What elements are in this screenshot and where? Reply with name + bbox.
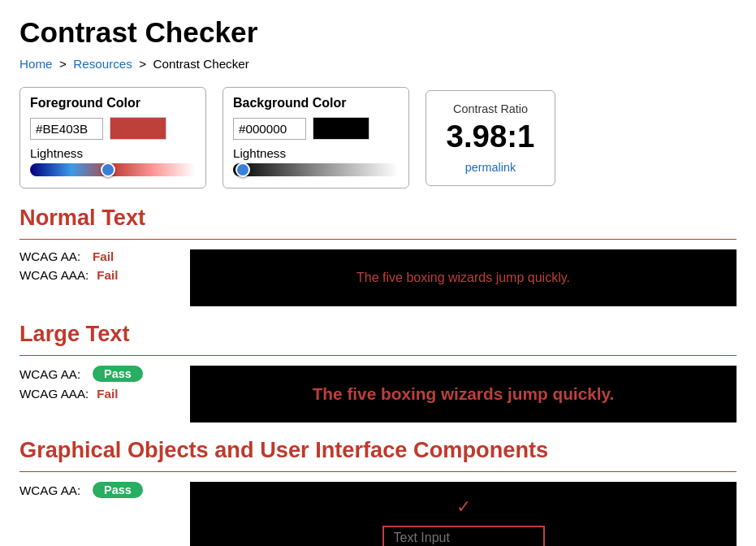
large-text-wcag-table: WCAG AA: Pass WCAG AAA: Fail [19,366,166,405]
contrast-ratio-box: Contrast Ratio 3.98:1 permalink [426,90,555,186]
breadcrumb: Home > Resources > Contrast Checker [19,57,737,71]
foreground-input-row [30,117,196,140]
large-text-aa-label: WCAG AA: [19,367,84,381]
large-text-preview: The five boxing wizards jump quickly. [190,366,737,422]
background-hex-input[interactable] [233,118,306,140]
normal-text-aa-label: WCAG AA: [19,249,84,263]
large-text-aaa-row: WCAG AAA: Fail [19,387,166,401]
large-text-title: Large Text [19,321,737,349]
breadcrumb-resources[interactable]: Resources [73,57,132,71]
normal-text-aaa-label: WCAG AAA: [19,268,89,282]
normal-text-section: Normal Text WCAG AA: Fail WCAG AAA: Fail… [19,205,737,306]
normal-text-aa-result: Fail [93,249,114,263]
foreground-lightness-label: Lightness [30,146,196,160]
large-text-preview-text: The five boxing wizards jump quickly. [313,384,615,404]
large-text-aaa-result: Fail [97,387,118,401]
graphical-results: WCAG AA: Pass ✓ [19,482,737,546]
checkmark-icon: ✓ [456,496,471,518]
background-color-box: Background Color Lightness [222,87,409,188]
foreground-swatch[interactable] [110,117,166,140]
normal-text-aaa-result: Fail [97,268,118,282]
large-text-aa-row: WCAG AA: Pass [19,366,166,382]
large-text-aa-result: Pass [93,366,143,382]
normal-text-divider [19,239,737,240]
graphical-aa-row: WCAG AA: Pass [19,482,166,498]
graphical-aa-label: WCAG AA: [19,483,84,497]
color-controls: Foreground Color Lightness Background Co… [19,87,737,188]
permalink-link[interactable]: permalink [446,161,535,174]
graphical-preview: ✓ [190,482,737,546]
normal-text-preview-text: The five boxing wizards jump quickly. [356,271,570,285]
large-text-aaa-label: WCAG AAA: [19,387,89,401]
large-text-section: Large Text WCAG AA: Pass WCAG AAA: Fail … [19,321,737,422]
large-text-results: WCAG AA: Pass WCAG AAA: Fail The five bo… [19,366,737,422]
background-lightness-track [233,163,399,176]
background-label: Background Color [233,96,399,110]
normal-text-aaa-row: WCAG AAA: Fail [19,268,166,282]
foreground-label: Foreground Color [30,96,196,110]
large-text-divider [19,355,737,356]
contrast-ratio-label: Contrast Ratio [446,102,535,115]
graphical-title: Graphical Objects and User Interface Com… [19,437,737,465]
foreground-hex-input[interactable] [30,118,103,140]
background-swatch[interactable] [313,117,369,140]
breadcrumb-current: Contrast Checker [153,57,249,71]
text-input-preview[interactable] [382,526,545,547]
contrast-ratio-value: 3.98:1 [446,119,535,154]
graphical-wcag-table: WCAG AA: Pass [19,482,166,503]
normal-text-preview: The five boxing wizards jump quickly. [190,249,737,306]
page-title: Contrast Checker [19,16,737,49]
normal-text-results: WCAG AA: Fail WCAG AAA: Fail The five bo… [19,249,737,306]
normal-text-wcag-table: WCAG AA: Fail WCAG AAA: Fail [19,249,166,287]
normal-text-aa-row: WCAG AA: Fail [19,249,166,263]
normal-text-title: Normal Text [19,205,737,232]
graphical-divider [19,471,737,472]
foreground-color-box: Foreground Color Lightness [19,87,206,188]
background-input-row [233,117,399,140]
graphical-aa-result: Pass [93,482,143,498]
breadcrumb-home[interactable]: Home [19,57,53,71]
background-lightness-label: Lightness [233,146,399,160]
graphical-section: Graphical Objects and User Interface Com… [19,437,737,546]
foreground-lightness-track [30,163,196,176]
